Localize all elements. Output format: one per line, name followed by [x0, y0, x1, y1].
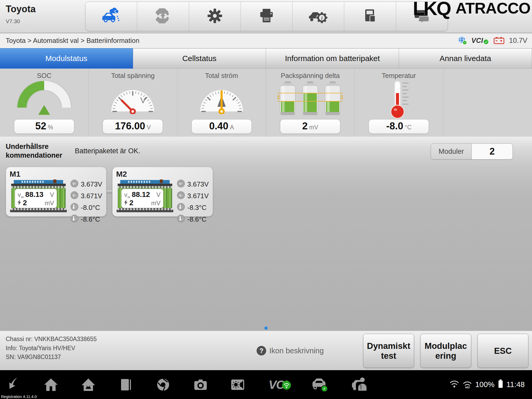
- temp-max-icon: ↑: [177, 203, 185, 213]
- app-title: Toyota: [6, 4, 36, 15]
- tab-modulstatus[interactable]: Modulstatus: [0, 48, 133, 69]
- svg-text:V: V: [179, 193, 181, 197]
- vehicle-lift-button[interactable]: [137, 2, 189, 31]
- home-icon[interactable]: [44, 377, 58, 392]
- temperature-label: Temperatur: [382, 72, 416, 80]
- recent-apps-icon[interactable]: [118, 377, 133, 392]
- battery-module-image: Vm 88.12 V 2 mV: [116, 179, 174, 212]
- tab-batteripaket-info[interactable]: Information om batteripaket: [266, 48, 399, 69]
- pack-delta-unit: mV: [309, 124, 318, 131]
- back-icon[interactable]: [7, 377, 21, 392]
- gauge-row: SOC 52 % Total spänning V: [0, 69, 532, 137]
- vci-status-indicator[interactable]: VCI ✓: [471, 37, 489, 45]
- android-home-icon[interactable]: [81, 377, 96, 392]
- messages-icon: [413, 8, 430, 25]
- module-delta: 2: [129, 199, 134, 207]
- diagnostic-app-screen: Toyota V7.30: [0, 0, 532, 399]
- app-identity: Toyota V7.30: [6, 4, 36, 24]
- pagination-dot[interactable]: [264, 327, 268, 330]
- modules-counter-label: Moduler: [431, 144, 472, 159]
- battery-trio-icon: [277, 80, 343, 119]
- svg-text:↓: ↓: [75, 216, 77, 220]
- module-delta: 2: [23, 199, 27, 207]
- module-vmin: 3.671V: [81, 192, 102, 200]
- svg-text:↑: ↑: [182, 205, 183, 209]
- svg-text:✓: ✓: [485, 40, 488, 44]
- chrome-icon[interactable]: [156, 377, 170, 392]
- dynamic-test-button[interactable]: Dynamiskt test: [363, 334, 414, 368]
- current-dial-icon: [197, 80, 246, 119]
- module-card-m1[interactable]: M1 Vm 88.13 V: [6, 167, 107, 217]
- svg-text:✓: ✓: [323, 387, 326, 391]
- total-current-value-box: 0.40 A: [191, 119, 252, 134]
- technician-vehicle-icon[interactable]: [351, 377, 369, 392]
- battery-module-image: Vm 88.13 V 2 mV: [10, 179, 67, 212]
- module-placement-button[interactable]: Modulplacering: [420, 334, 471, 368]
- vm-icon: Vm: [18, 192, 24, 199]
- question-mark-icon: ?: [257, 346, 266, 355]
- printer-icon: [258, 8, 275, 25]
- vehicle-voltage: 10.7V: [509, 37, 527, 45]
- vci-wifi-status-icon: vci: [463, 381, 472, 389]
- total-current-label: Total ström: [205, 72, 238, 80]
- svg-text:↓: ↓: [75, 193, 77, 197]
- main-content: Underhållsre kommendationer Batteripaket…: [0, 137, 532, 330]
- vehicle-info-button[interactable]: i: [292, 2, 344, 31]
- chassis-number: Chassi nr: VNKKBAC350A338655: [6, 335, 97, 344]
- vehicle-battery-icon[interactable]: [493, 36, 505, 45]
- gauge-temperature: Temperatur -8.0 °C: [355, 69, 443, 137]
- esc-button[interactable]: ESC: [477, 334, 528, 368]
- atracco-logo: ATRACCO: [455, 1, 530, 16]
- pack-delta-value-box: 2 mV: [280, 119, 340, 134]
- module-card-m2[interactable]: M2 Vm 88.12 V: [112, 167, 213, 217]
- vehicle-connected-icon[interactable]: ✓: [310, 377, 328, 392]
- svg-text:V: V: [72, 193, 75, 197]
- data-manager-button[interactable]: [344, 2, 396, 31]
- svg-text:↑: ↑: [75, 205, 77, 209]
- vm-icon: Vm: [124, 192, 130, 199]
- icon-description-button[interactable]: ? Ikon beskrivning: [257, 346, 324, 355]
- vehicle-lift-icon: [154, 8, 172, 25]
- vehicle-info-icon: i: [308, 8, 328, 25]
- temperature-unit: °C: [405, 124, 411, 131]
- soc-unit: %: [48, 124, 53, 131]
- display-volume-icon[interactable]: [231, 377, 246, 392]
- app-version: V7.30: [6, 18, 36, 24]
- total-voltage-label: Total spänning: [111, 72, 155, 80]
- vci-app-icon[interactable]: VCI: [269, 378, 287, 392]
- data-manager-icon: [362, 8, 378, 25]
- settings-button[interactable]: [189, 2, 241, 31]
- total-voltage-value: 176.00: [115, 121, 145, 131]
- tab-annan-livedata[interactable]: Annan livedata: [399, 48, 532, 69]
- bolt-icon: [18, 200, 21, 206]
- camera-icon[interactable]: [193, 377, 208, 392]
- print-button[interactable]: [241, 2, 292, 31]
- icon-description-label: Ikon beskrivning: [269, 346, 324, 355]
- temp-min-icon: ↓: [177, 215, 185, 224]
- pack-delta-value: 2: [302, 121, 308, 131]
- messages-button[interactable]: [396, 2, 448, 31]
- module-vmax: 3.673V: [81, 180, 102, 188]
- module-tmin: -8.6°C: [187, 215, 207, 223]
- module-tmax: -8.3°C: [187, 204, 207, 212]
- module-readings: Vm 88.13 V 2 mV: [15, 189, 57, 208]
- total-voltage-unit: V: [147, 124, 151, 131]
- bolt-icon: [124, 200, 128, 206]
- tab-bar: Modulstatus Cellstatus Information om ba…: [0, 48, 532, 69]
- vehicle-info-block: Chassi nr: VNKKBAC350A338655 Info: Toyot…: [6, 335, 97, 362]
- gauge-soc: SOC 52 %: [0, 69, 89, 137]
- svg-text:V: V: [72, 182, 75, 185]
- tab-cellstatus[interactable]: Cellstatus: [133, 48, 266, 69]
- gauge-pack-delta: Packspänning delta: [266, 69, 355, 137]
- temperature-value: -8.0: [386, 121, 403, 131]
- network-globe-icon[interactable]: ✓: [458, 36, 467, 46]
- wifi-icon: [449, 379, 460, 390]
- module-delta-unit: mV: [45, 200, 54, 207]
- diagnostics-button[interactable]: [85, 2, 137, 31]
- svg-text:↓: ↓: [182, 193, 183, 197]
- voltage-dial-icon: V: [108, 80, 157, 119]
- svg-text:✓: ✓: [464, 41, 466, 44]
- vci-wifi-badge-icon: [282, 379, 291, 393]
- temperature-value-box: -8.0 °C: [369, 119, 429, 134]
- battery-percent-text: 100%: [475, 380, 494, 389]
